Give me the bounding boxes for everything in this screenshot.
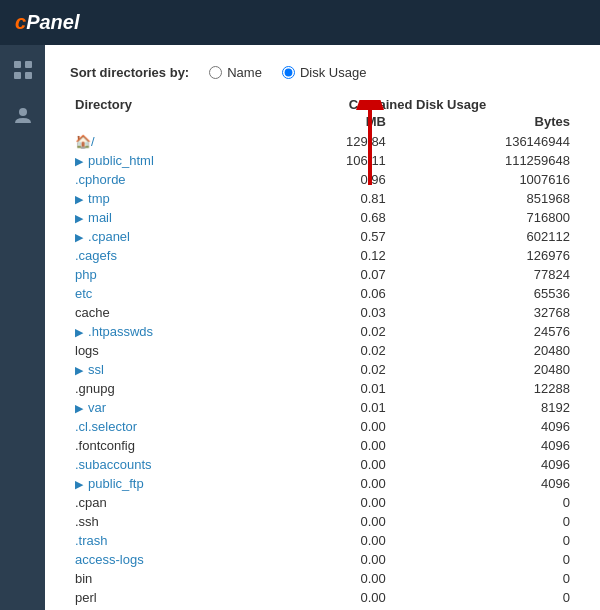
sort-bar: Sort directories by: Name Disk Usage bbox=[70, 65, 575, 80]
dir-name-cell[interactable]: ▶ tmp bbox=[70, 189, 260, 208]
dir-name-cell[interactable]: etc bbox=[70, 284, 260, 303]
sort-disk-option[interactable]: Disk Usage bbox=[282, 65, 366, 80]
dir-link[interactable]: php bbox=[75, 267, 97, 282]
dir-bytes: 4096 bbox=[406, 417, 575, 436]
dir-name-cell: .fontconfig bbox=[70, 436, 260, 455]
dir-name-cell: .ssh bbox=[70, 512, 260, 531]
sort-name-radio[interactable] bbox=[209, 66, 222, 79]
dir-name-cell[interactable]: access-logs bbox=[70, 550, 260, 569]
sidebar-user-icon[interactable] bbox=[8, 100, 38, 130]
dir-bytes: 111259648 bbox=[406, 151, 575, 170]
dir-mb: 0.02 bbox=[260, 322, 406, 341]
dir-name: bin bbox=[75, 571, 92, 586]
dir-name-cell[interactable]: ▶ public_ftp bbox=[70, 474, 260, 493]
dir-name-cell: bin bbox=[70, 569, 260, 588]
expand-icon[interactable]: ▶ bbox=[75, 326, 86, 338]
dir-link[interactable]: 🏠/ bbox=[75, 134, 95, 149]
dir-mb: 0.57 bbox=[260, 227, 406, 246]
dir-link[interactable]: access-logs bbox=[75, 552, 144, 567]
dir-mb: 0.03 bbox=[260, 303, 406, 322]
expand-icon[interactable]: ▶ bbox=[75, 193, 86, 205]
dir-bytes: 65536 bbox=[406, 284, 575, 303]
dir-link[interactable]: .htpasswds bbox=[88, 324, 153, 339]
dir-name-cell[interactable]: .cphorde bbox=[70, 170, 260, 189]
dir-bytes: 0 bbox=[406, 512, 575, 531]
dir-bytes: 0 bbox=[406, 588, 575, 607]
svg-rect-2 bbox=[14, 72, 21, 79]
dir-link[interactable]: ssl bbox=[88, 362, 104, 377]
expand-icon[interactable]: ▶ bbox=[75, 231, 86, 243]
table-row: .cagefs0.12126976 bbox=[70, 246, 575, 265]
expand-icon[interactable]: ▶ bbox=[75, 212, 86, 224]
dir-link[interactable]: var bbox=[88, 400, 106, 415]
dir-bytes: 77824 bbox=[406, 265, 575, 284]
dir-name-cell[interactable]: php bbox=[70, 265, 260, 284]
dir-mb: 0.06 bbox=[260, 284, 406, 303]
dir-link[interactable]: public_ftp bbox=[88, 476, 144, 491]
dir-name-cell[interactable]: ▶ var bbox=[70, 398, 260, 417]
expand-icon[interactable]: ▶ bbox=[75, 402, 86, 414]
dir-mb: 0.00 bbox=[260, 474, 406, 493]
dir-name-cell[interactable]: ▶ .cpanel bbox=[70, 227, 260, 246]
table-row: logs0.0220480 bbox=[70, 341, 575, 360]
dir-name-cell[interactable]: .trash bbox=[70, 531, 260, 550]
table-row: .subaccounts0.004096 bbox=[70, 455, 575, 474]
dir-link[interactable]: .subaccounts bbox=[75, 457, 152, 472]
sidebar-grid-icon[interactable] bbox=[8, 55, 38, 85]
dir-link[interactable]: etc bbox=[75, 286, 92, 301]
sort-options: Name Disk Usage bbox=[209, 65, 366, 80]
table-row: bin0.000 bbox=[70, 569, 575, 588]
table-row: .ssh0.000 bbox=[70, 512, 575, 531]
logo-c: c bbox=[15, 11, 26, 33]
expand-icon[interactable]: ▶ bbox=[75, 155, 86, 167]
sort-name-option[interactable]: Name bbox=[209, 65, 262, 80]
dir-mb: 0.00 bbox=[260, 550, 406, 569]
dir-link[interactable]: .cphorde bbox=[75, 172, 126, 187]
dir-link[interactable]: .trash bbox=[75, 533, 108, 548]
dir-bytes: 24576 bbox=[406, 322, 575, 341]
table-row: .cl.selector0.004096 bbox=[70, 417, 575, 436]
dir-name: cache bbox=[75, 305, 110, 320]
dir-link[interactable]: .cagefs bbox=[75, 248, 117, 263]
dir-mb: 129.84 bbox=[260, 132, 406, 151]
dir-name-cell[interactable]: ▶ ssl bbox=[70, 360, 260, 379]
dir-mb: 0.96 bbox=[260, 170, 406, 189]
expand-icon[interactable]: ▶ bbox=[75, 478, 86, 490]
table-row: .trash0.000 bbox=[70, 531, 575, 550]
dir-link[interactable]: .cl.selector bbox=[75, 419, 137, 434]
dir-mb: 0.00 bbox=[260, 531, 406, 550]
table-row: ▶ .cpanel0.57602112 bbox=[70, 227, 575, 246]
dir-link[interactable]: tmp bbox=[88, 191, 110, 206]
dir-name-cell[interactable]: ▶ .htpasswds bbox=[70, 322, 260, 341]
directory-table: Directory Contained Disk Usage MB Bytes … bbox=[70, 95, 575, 607]
dir-mb: 0.00 bbox=[260, 417, 406, 436]
dir-name-cell[interactable]: 🏠/ bbox=[70, 132, 260, 151]
dir-mb: 0.00 bbox=[260, 436, 406, 455]
dir-mb: 0.07 bbox=[260, 265, 406, 284]
table-row: .cpan0.000 bbox=[70, 493, 575, 512]
sort-disk-radio[interactable] bbox=[282, 66, 295, 79]
dir-name-cell[interactable]: .cl.selector bbox=[70, 417, 260, 436]
table-row: .fontconfig0.004096 bbox=[70, 436, 575, 455]
dir-link[interactable]: public_html bbox=[88, 153, 154, 168]
dir-mb: 0.00 bbox=[260, 455, 406, 474]
dir-mb: 0.00 bbox=[260, 588, 406, 607]
dir-name-cell[interactable]: ▶ mail bbox=[70, 208, 260, 227]
dir-name: perl bbox=[75, 590, 97, 605]
dir-name-cell[interactable]: .subaccounts bbox=[70, 455, 260, 474]
dir-name-cell[interactable]: ▶ public_html bbox=[70, 151, 260, 170]
dir-name: .cpan bbox=[75, 495, 107, 510]
dir-name-cell: .gnupg bbox=[70, 379, 260, 398]
dir-name-cell[interactable]: .cagefs bbox=[70, 246, 260, 265]
dir-bytes: 8192 bbox=[406, 398, 575, 417]
dir-mb: 106.11 bbox=[260, 151, 406, 170]
dir-link[interactable]: .cpanel bbox=[88, 229, 130, 244]
table-row: etc0.0665536 bbox=[70, 284, 575, 303]
dir-bytes: 12288 bbox=[406, 379, 575, 398]
col-bytes: Bytes bbox=[406, 114, 575, 132]
table-row: php0.0777824 bbox=[70, 265, 575, 284]
table-row: ▶ public_html106.11111259648 bbox=[70, 151, 575, 170]
dir-bytes: 20480 bbox=[406, 341, 575, 360]
dir-link[interactable]: mail bbox=[88, 210, 112, 225]
expand-icon[interactable]: ▶ bbox=[75, 364, 86, 376]
